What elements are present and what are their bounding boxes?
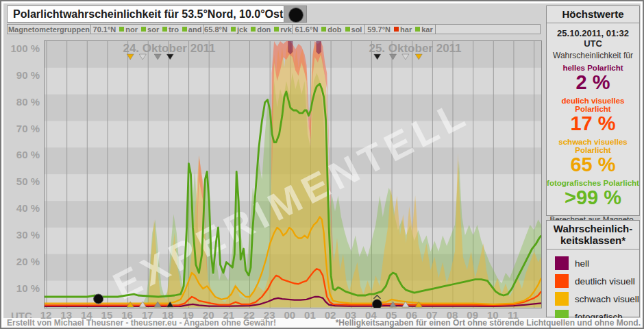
station-sol: sol: [345, 25, 362, 34]
station-dob: dob: [321, 25, 341, 34]
x-axis-tick-label: 19: [178, 310, 199, 321]
legend-items: helldeutlich visuellschwach visuellfotog…: [547, 249, 639, 326]
magnetometer-label: Magnetometergruppen: [8, 25, 91, 34]
legend-panel: Wahrscheinlich- keitsklassen* helldeutli…: [546, 220, 640, 317]
new-moon-marker-icon: [372, 300, 382, 308]
series-fill-hell-raw-cap1: [288, 41, 293, 54]
magnetometer-group-65.8°N: 65.8°Njckdonrvk: [204, 25, 293, 34]
magnetometer-group-61.6°N: 61.6°Ndobsol: [293, 25, 365, 34]
legend-item-hell: hell: [555, 254, 639, 272]
station-label: and: [188, 25, 202, 34]
x-axis-tick-label: 23: [259, 310, 280, 321]
day-label: 24. Oktober 2011: [123, 42, 215, 55]
x-axis-tick-label: 01: [299, 310, 320, 321]
x-axis-tick-label: 20: [198, 310, 219, 321]
station-label: sor: [147, 25, 159, 34]
peak-class-label: schwach visuelles Polarlicht: [547, 138, 639, 154]
x-axis-tick-label: 15: [97, 310, 117, 321]
x-axis-tick-label: 10: [482, 310, 503, 321]
peak-datetime: 25.10.2011, 01:32 UTC: [547, 28, 639, 49]
peak-class-value: >99 %: [547, 187, 639, 208]
y-axis-tick-label: 40 %: [1, 203, 40, 214]
station-rvk: rvk: [274, 25, 292, 34]
x-axis-tick-label: 21: [219, 310, 239, 321]
station-label: nor: [125, 25, 138, 34]
y-axis-tick-label: 60 %: [1, 149, 40, 160]
station-label: tro: [169, 25, 179, 34]
y-axis-tick-label: 10 %: [1, 283, 40, 294]
peak-values-panel: Höchstwerte 25.10.2011, 01:32 UTC Wahrsc…: [546, 5, 640, 216]
y-axis-tick-label: 30 %: [1, 230, 40, 241]
legend-color-swatch: [555, 292, 569, 306]
station-status-icon: [274, 27, 279, 32]
y-axis-tick-label: 50 %: [1, 176, 40, 187]
x-axis-tick-label: 04: [360, 310, 381, 321]
x-axis-tick-label: 12: [36, 310, 56, 321]
station-status-icon: [231, 27, 236, 32]
station-label: don: [257, 25, 271, 34]
x-axis-tick-label: 06: [401, 310, 422, 321]
magnetometer-bar-filler: [436, 25, 540, 34]
x-axis-tick-label: 07: [421, 310, 442, 321]
x-axis-tick-label: 17: [137, 310, 158, 321]
new-moon-icon: [288, 8, 304, 23]
legend-item-label: schwach visuell: [575, 294, 639, 304]
magnetometer-bar: Magnetometergruppen 70.1°Nnorsortroand65…: [7, 24, 541, 34]
station-status-icon: [119, 27, 124, 32]
peak-class-values: helles Polarlicht2 %deulich visuelles Po…: [547, 64, 639, 208]
legend-item-schwach-visuell: schwach visuell: [555, 290, 639, 308]
legend-item-label: deutlich visuell: [575, 276, 635, 287]
station-status-icon: [321, 27, 326, 32]
series-fill-hell-raw-cap2: [317, 41, 321, 54]
latitude-label: 65.8°N: [204, 25, 227, 34]
page-title: Polarlichtwahrscheinlichkeit für 53.5°No…: [7, 5, 284, 23]
x-axis-tick-label: 14: [76, 310, 97, 321]
station-label: rvk: [280, 25, 292, 34]
x-axis-tick-label: 11: [503, 310, 523, 321]
y-axis-tick-label: 70 %: [1, 123, 40, 134]
station-sor: sor: [141, 25, 159, 34]
legend-item-label: hell: [575, 258, 589, 269]
x-axis-tick-label: 00: [280, 310, 300, 321]
legend-color-swatch: [555, 256, 569, 270]
y-axis-tick-label: 100 %: [1, 43, 40, 54]
station-status-icon: [415, 27, 420, 32]
latitude-label: 61.6°N: [295, 25, 319, 34]
peak-class-value: 65 %: [547, 154, 639, 175]
y-axis-tick-label: 20 %: [1, 256, 40, 267]
x-axis-tick-label: 03: [340, 310, 361, 321]
legend-item-deutlich-visuell: deutlich visuell: [555, 272, 639, 290]
station-har: har: [394, 25, 412, 34]
station-status-icon: [251, 27, 256, 32]
x-axis-tick-label: 13: [56, 310, 77, 321]
station-jck: jck: [231, 25, 247, 34]
x-axis-tick-label: 18: [158, 310, 178, 321]
station-label: dob: [327, 25, 341, 34]
station-don: don: [251, 25, 271, 34]
x-axis-tick-label: 05: [381, 310, 401, 321]
new-moon-marker-icon: [94, 294, 103, 304]
station-tro: tro: [162, 25, 179, 34]
x-axis-tick-label: 09: [462, 310, 483, 321]
moon-phase-box: [284, 5, 307, 23]
peak-class-value: 17 %: [547, 113, 639, 134]
latitude-label: 70.1°N: [93, 25, 116, 34]
day-label: 25. Oktober 2011: [369, 42, 461, 55]
peak-intro: Wahrscheinlichkeit für: [547, 51, 639, 60]
legend-color-swatch: [555, 274, 569, 288]
station-status-icon: [162, 27, 167, 32]
station-status-icon: [394, 27, 399, 32]
chart-plot-area: 24. Oktober 201125. Oktober 2011EXPERIME…: [44, 40, 542, 308]
legend-header-line2: keitsklassen*: [547, 234, 639, 246]
station-label: kar: [421, 25, 433, 34]
station-nor: nor: [119, 25, 138, 34]
probability-chart: 24. Oktober 201125. Oktober 2011EXPERIME…: [45, 41, 541, 308]
station-status-icon: [182, 27, 187, 32]
peak-class-label: deulich visuelles Polarlicht: [547, 97, 639, 113]
station-label: jck: [237, 25, 247, 34]
station-and: and: [182, 25, 202, 34]
magnetometer-group-70.1°N: 70.1°Nnorsortroand: [91, 25, 204, 34]
latitude-label: 59.7°N: [367, 25, 391, 34]
x-axis-tick-label: 08: [442, 310, 462, 321]
station-label: har: [400, 25, 412, 34]
